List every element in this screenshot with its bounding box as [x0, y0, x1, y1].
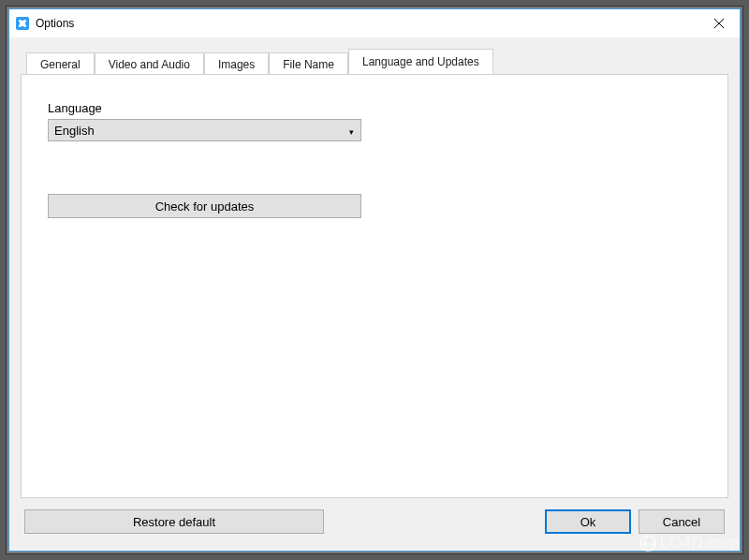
dialog-content: General Video and Audio Images File Name…	[9, 37, 740, 551]
language-value: English	[54, 124, 95, 138]
svg-rect-1	[19, 20, 26, 27]
svg-rect-5	[22, 26, 24, 29]
language-dropdown[interactable]: English ▾	[48, 119, 361, 141]
app-icon	[15, 16, 30, 31]
close-icon	[714, 19, 724, 28]
tab-general[interactable]: General	[26, 52, 95, 75]
svg-rect-2	[17, 22, 20, 25]
tab-label: Images	[218, 58, 255, 71]
svg-rect-4	[22, 18, 24, 21]
tab-panel-language-updates: Language English ▾ Check for updates	[21, 74, 728, 498]
options-dialog: Options General Video and Audio Images F…	[8, 8, 741, 552]
restore-default-button[interactable]: Restore default	[24, 509, 324, 534]
tab-strip: General Video and Audio Images File Name…	[21, 49, 728, 74]
tab-label: File Name	[283, 58, 334, 71]
dialog-footer: Restore default Ok Cancel	[21, 498, 728, 543]
chevron-down-icon: ▾	[349, 127, 355, 133]
titlebar: Options	[9, 9, 740, 37]
tab-video-audio[interactable]: Video and Audio	[95, 52, 204, 75]
window-title: Options	[36, 17, 698, 30]
tab-images[interactable]: Images	[204, 52, 269, 75]
tab-label: General	[40, 58, 81, 71]
close-button[interactable]	[698, 9, 740, 37]
check-updates-button[interactable]: Check for updates	[48, 194, 361, 218]
svg-rect-3	[25, 22, 28, 25]
cancel-button[interactable]: Cancel	[639, 509, 725, 534]
language-label: Language	[48, 101, 701, 115]
ok-button[interactable]: Ok	[545, 509, 631, 534]
tab-label: Video and Audio	[109, 58, 190, 71]
tab-language-updates[interactable]: Language and Updates	[348, 49, 493, 74]
tab-label: Language and Updates	[362, 55, 479, 68]
tab-file-name[interactable]: File Name	[269, 52, 348, 75]
